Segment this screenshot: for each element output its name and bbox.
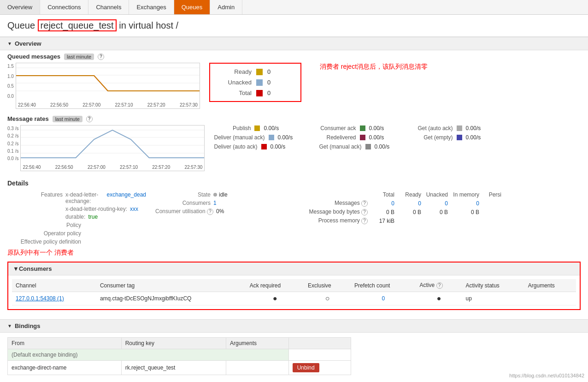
consumers-table: Channel Consumer tag Ack required Exclus… (12, 279, 576, 305)
queued-messages-chart-row: 1.51.00.50.0 22:56:4022:56:5022:57:0022:… (0, 61, 588, 113)
message-rates-badge[interactable]: last minute (53, 116, 82, 122)
consumer-activity-status: up (462, 292, 524, 305)
th-exclusive: Exclusive (304, 279, 351, 292)
rate-get-empty-val: 0.00/s (466, 134, 489, 141)
th-consumer-tag: Consumer tag (96, 279, 246, 292)
body-bytes-help[interactable]: ? (361, 209, 368, 215)
th-channel: Channel (12, 279, 96, 292)
queued-messages-chart: 22:56:4022:56:5022:57:0022:57:1022:57:20… (16, 63, 200, 109)
queued-messages-help[interactable]: ? (98, 54, 104, 60)
bindings-section-header[interactable]: ▼ Bindings (0, 319, 588, 333)
nav-channels[interactable]: Channels (88, 0, 129, 14)
message-rates-chart-row: 0.3 /s0.2 /s0.2 /s0.1 /s0.0 /s 22:56:402… (0, 123, 588, 175)
unbind-button[interactable]: Unbind (293, 363, 319, 372)
qm-annotation: 消费者 reject消息后，该队列消息清零 (320, 63, 428, 71)
proc-mem-help[interactable]: ? (361, 218, 368, 224)
th-activity-status: Activity status (462, 279, 524, 292)
sh-inmemory: In memory (452, 191, 479, 198)
rate-get-auto: Get (auto ack) 0.00/s (416, 125, 489, 131)
stat-total-row: Total 0 (219, 90, 291, 96)
queued-messages-stats: Ready 0 Unacked 0 Total 0 (209, 63, 301, 102)
rate-redelivered-label: Redelivered (319, 134, 356, 141)
bth-from: From (8, 338, 122, 349)
title-prefix: Queue (7, 20, 38, 30)
durable-val: true (88, 214, 98, 220)
messages-total: 0 (371, 200, 394, 207)
sh-empty (303, 191, 368, 198)
consumers-section-header[interactable]: ▼ Consumers (8, 263, 580, 275)
consumer-ack-required: ● (246, 292, 304, 305)
consumer-row: 127.0.0.1:54308 (1) amq.ctag-tDcESOgNJmx… (12, 292, 576, 305)
consumer-channel-link[interactable]: 127.0.0.1:54308 (1) (16, 295, 64, 302)
consumer-channel: 127.0.0.1:54308 (1) (12, 292, 96, 305)
rate-deliver-manual-val: 0.00/s (278, 134, 301, 141)
rate-get-empty-color (457, 135, 462, 140)
body-bytes-total: 0 B (371, 209, 394, 215)
consumer-util-label: Consumer utilisation ? (155, 208, 213, 215)
message-rates-chart: 22:56:4022:56:5022:57:0022:57:1022:57:20… (20, 125, 205, 171)
exclusive-dot: ○ (325, 294, 330, 302)
consumers-count-val: 1 (213, 200, 217, 206)
rate-get-manual: Get (manual ack) 0.00/s (319, 143, 398, 150)
state-label: State (155, 191, 211, 198)
rate-publish-val: 0.00/s (264, 125, 287, 131)
binding-default-action (288, 349, 351, 361)
nav-overview[interactable]: Overview (0, 0, 40, 14)
rate-get-manual-val: 0.00/s (375, 143, 398, 150)
message-rates-header: Message rates last minute ? (0, 113, 588, 123)
body-bytes-inmem: 0 B (452, 209, 479, 215)
body-bytes-unacked: 0 B (425, 209, 448, 215)
overview-section-header[interactable]: ▼ Overview (0, 37, 588, 50)
body-bytes-label: Message body bytes ? (303, 209, 368, 215)
details-title: Details (7, 179, 581, 187)
rate-deliver-manual: Deliver (manual ack) 0.00/s (214, 134, 300, 141)
nav-bar: Overview Connections Channels Exchanges … (0, 0, 588, 15)
stat-unacked-label: Unacked (219, 79, 252, 86)
mr-x-labels: 22:56:4022:56:5022:57:0022:57:1022:57:20… (21, 164, 204, 171)
rate-consumer-ack-label: Consumer ack (319, 125, 356, 131)
stat-unacked-value: 0 (267, 79, 270, 86)
sh-ready: Ready (398, 191, 421, 198)
rate-deliver-auto-val: 0.00/s (270, 143, 294, 150)
effective-policy-label: Effective policy definition (7, 239, 81, 245)
consumer-exclusive: ○ (304, 292, 351, 305)
watermark: https://blog.csdn.net/u010134842 (509, 373, 584, 378)
rate-get-auto-val: 0.00/s (466, 125, 489, 131)
queued-messages-badge[interactable]: last minute (64, 54, 94, 60)
details-left: Features x-dead-letter-exchange: exchang… (7, 191, 146, 257)
nav-exchanges[interactable]: Exchanges (129, 0, 174, 14)
rate-get-empty-label: Get (empty) (416, 134, 453, 141)
messages-ready: 0 (398, 200, 421, 207)
bth-arguments: Arguments (226, 338, 289, 349)
rate-consumer-ack-color (360, 125, 365, 131)
stat-unacked-row: Unacked 0 (219, 79, 291, 86)
body-bytes-ready: 0 B (398, 209, 421, 215)
active-help[interactable]: ? (436, 282, 443, 289)
nav-queues[interactable]: Queues (174, 0, 211, 14)
process-mem-val: 17 kiB (371, 218, 394, 224)
consumers-section: ▼ Consumers Channel Consumer tag Ack req… (7, 262, 581, 310)
nav-connections[interactable]: Connections (40, 0, 88, 14)
message-rates-chart-area: 0.3 /s0.2 /s0.2 /s0.1 /s0.0 /s 22:56:402… (7, 125, 205, 171)
active-dot: ● (437, 294, 441, 302)
operator-policy-label: Operator policy (7, 230, 81, 237)
message-rates-stats: Publish 0.00/s Deliver (manual ack) 0.00… (214, 125, 488, 150)
rates-col3: Get (auto ack) 0.00/s Get (empty) 0.00/s (416, 125, 489, 150)
message-rates-help[interactable]: ? (86, 116, 93, 122)
rate-deliver-auto-color (261, 144, 267, 149)
state-value: idle (213, 191, 228, 198)
overview-arrow: ▼ (7, 41, 12, 46)
nav-admin[interactable]: Admin (210, 0, 242, 14)
rate-publish-label: Publish (214, 125, 251, 131)
stat-ready-row: Ready 0 (219, 68, 291, 75)
rate-deliver-manual-color (269, 135, 274, 140)
messages-help[interactable]: ? (361, 200, 368, 207)
mr-y-labels: 0.3 /s0.2 /s0.2 /s0.1 /s0.0 /s (7, 125, 20, 162)
details-content: Features x-dead-letter-exchange: exchang… (7, 191, 581, 257)
rate-deliver-auto: Deliver (auto ack) 0.00/s (214, 143, 300, 150)
bindings-label: Bindings (15, 322, 41, 329)
page-title-bar: Queue reject_queue_test in virtual host … (0, 15, 588, 37)
binding-default-cell: (Default exchange binding) (8, 349, 289, 361)
consumer-util-help[interactable]: ? (207, 209, 213, 215)
rate-redelivered-color (360, 135, 365, 140)
